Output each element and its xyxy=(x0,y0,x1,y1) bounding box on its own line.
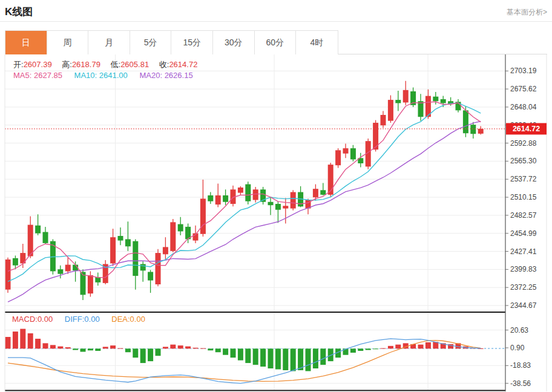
high-value: 2618.79 xyxy=(72,60,100,69)
page-title: K线图 xyxy=(5,5,33,19)
ma20-legend: MA20: 2626.15 xyxy=(139,71,192,80)
low-label: 低: xyxy=(111,60,121,69)
kline-widget: { "header": { "title": "K线图", "link_labe… xyxy=(0,0,552,392)
close-value: 2614.72 xyxy=(169,60,197,69)
svg-text:2399.83: 2399.83 xyxy=(510,265,537,273)
ma10-legend: MA10: 2641.00 xyxy=(74,71,128,80)
tab-5min[interactable]: 5分 xyxy=(130,31,172,54)
ma-legend: MA5: 2627.85 MA10: 2641.00 MA20: 2626.15 xyxy=(13,71,203,80)
svg-text:-38.56: -38.56 xyxy=(510,379,531,388)
open-label: 开: xyxy=(13,60,24,69)
close-label: 收: xyxy=(159,60,169,69)
svg-text:-18.83: -18.83 xyxy=(510,361,531,370)
svg-text:2372.25: 2372.25 xyxy=(510,283,537,292)
y-axis: 2703.192675.622648.042620.462592.882565.… xyxy=(505,67,537,387)
svg-text:2427.41: 2427.41 xyxy=(510,247,537,256)
fundamental-analysis-link[interactable]: 基本面分析> xyxy=(507,7,547,18)
tab-month[interactable]: 月 xyxy=(88,31,130,54)
svg-text:0.90: 0.90 xyxy=(510,344,525,352)
chart-borders xyxy=(5,54,547,391)
svg-text:2482.57: 2482.57 xyxy=(510,211,537,220)
svg-text:2675.62: 2675.62 xyxy=(510,85,537,93)
diff-value: DIFF:0.00 xyxy=(65,315,100,324)
svg-text:2344.67: 2344.67 xyxy=(510,301,537,310)
macd-value: MACD:0.00 xyxy=(12,315,53,324)
period-tabbar: 日 周 月 5分 15分 30分 60分 4时 xyxy=(5,30,547,54)
current-price-tag: 2614.72 xyxy=(506,123,547,134)
header-divider xyxy=(0,21,552,22)
tab-60min[interactable]: 60分 xyxy=(255,31,297,54)
svg-text:20.63: 20.63 xyxy=(510,326,528,335)
svg-text:2703.19: 2703.19 xyxy=(510,67,537,75)
svg-text:2537.72: 2537.72 xyxy=(510,175,537,183)
low-value: 2605.81 xyxy=(120,60,149,69)
ma5-legend: MA5: 2627.85 xyxy=(13,71,62,80)
open-value: 2607.39 xyxy=(24,60,52,69)
period-tabs: 日 周 月 5分 15分 30分 60分 4时 xyxy=(5,30,338,54)
tab-day[interactable]: 日 xyxy=(5,31,47,54)
macd-legend: MACD:0.00 DIFF:0.00 DEA:0.00 xyxy=(12,315,155,324)
ohlc-legend: 开:2607.39 高:2618.79 低:2605.81 收:2614.72 xyxy=(13,59,205,70)
kline-chart[interactable]: 2703.192675.622648.042620.462592.882565.… xyxy=(0,54,552,392)
dea-value: DEA:0.00 xyxy=(111,315,145,324)
svg-text:2565.30: 2565.30 xyxy=(510,157,537,165)
svg-text:2614.72: 2614.72 xyxy=(513,125,540,133)
svg-text:2454.99: 2454.99 xyxy=(510,229,537,238)
macd-histogram xyxy=(5,329,484,371)
high-label: 高: xyxy=(62,60,72,69)
chart-canvas[interactable]: 2703.192675.622648.042620.462592.882565.… xyxy=(0,54,552,392)
ma-lines xyxy=(8,102,481,302)
tab-week[interactable]: 周 xyxy=(47,31,89,54)
svg-text:2648.04: 2648.04 xyxy=(510,103,537,111)
tab-30min[interactable]: 30分 xyxy=(213,31,255,54)
tab-15min[interactable]: 15分 xyxy=(171,31,213,54)
svg-text:2510.15: 2510.15 xyxy=(510,193,537,201)
tab-4hour[interactable]: 4时 xyxy=(296,31,338,54)
svg-text:2592.88: 2592.88 xyxy=(510,139,537,148)
